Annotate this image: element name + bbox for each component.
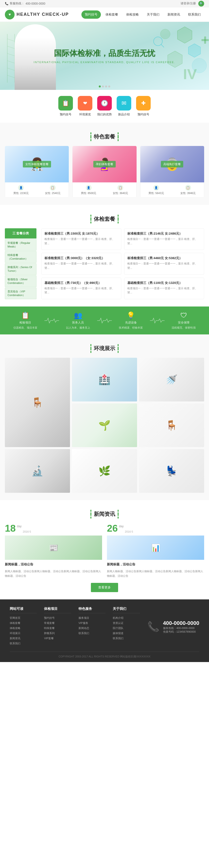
footer-about-contact[interactable]: 联系我们 (113, 637, 140, 640)
sidebar-item-special[interactable]: 特殊套餐（Combination） (5, 251, 36, 263)
quick-item-reserve[interactable]: ✚ 预约挂号 (136, 96, 151, 117)
hero-dots[interactable] (99, 86, 110, 87)
nav-item-packages[interactable]: 体检套餐 (102, 10, 121, 19)
feature-section: 特色套餐 👩‍⚕️ 女性体检套餐套餐 👤 男性: 2230元 📋 女性: 254… (0, 123, 209, 205)
env-img-2[interactable]: 🏥 (72, 358, 137, 401)
hero-dot-4[interactable] (109, 86, 110, 87)
feature-card-info-2: 👤 男性: 8500元 📋 女性: 3640元 (72, 182, 136, 198)
footer-exam-regular[interactable]: 常规套餐 (44, 621, 71, 625)
env-img-3[interactable]: 🚿 (139, 358, 204, 401)
nav-item-guide[interactable]: 体检攻略 (123, 10, 142, 19)
footer-item-news[interactable]: 新闻资讯 (10, 637, 37, 640)
hero-dot-1[interactable] (99, 86, 101, 87)
logo-icon: ♥ (5, 10, 14, 20)
footer-about-cert[interactable]: 资质认证 (113, 621, 140, 625)
stat-equipment-icon: 💡 (127, 311, 135, 319)
feature-card-3[interactable]: 👵 高端执行套餐 👤 男性: 5643元 📋 女性: 3946元 (140, 146, 204, 198)
main-nav: 预约挂号 体检套餐 体检攻略 关于我们 新闻资讯 联系我们 (82, 10, 204, 19)
footer-service-items[interactable]: 服务项目 (79, 616, 106, 620)
footer-about-intro[interactable]: 机构介绍 (113, 616, 140, 620)
package-sidebar-title: 三 套餐分类 (5, 228, 36, 239)
stat-exam-value: 仪器精良、项目丰富 (13, 326, 37, 330)
sidebar-item-silver[interactable]: 银领组合（Silver Combination） (5, 275, 36, 287)
search-button[interactable]: 🔍 (198, 1, 204, 6)
env-img-7[interactable]: 🌿 (72, 449, 137, 493)
nav-item-about[interactable]: 关于我们 (143, 10, 163, 19)
env-img-1[interactable]: 🪑 (5, 358, 70, 447)
feature-stat-female-text-2: 女性: 3640元 (113, 191, 128, 195)
quick-item-booking[interactable]: 📋 预约挂号 (58, 96, 73, 117)
pkg-title-1: 标准检查排三（男:1500元 女:1870元） (44, 231, 118, 236)
footer-exam-vip[interactable]: VIP套餐 (44, 637, 71, 640)
pkg-title-4: 标准检查排三（男:4460元 女:5382元） (127, 256, 201, 260)
logo: ♥ HEALTHY CHECK-UP (5, 10, 69, 20)
nav-item-news[interactable]: 新闻资讯 (164, 10, 183, 19)
pkg-desc-5: 检查项目一：普通一一普通一一普通一一，显示 检查、肝、肾... (44, 286, 118, 295)
env-img-5[interactable]: 🪑 (139, 403, 204, 447)
footer-exam-tumor[interactable]: 肿瘤系列 (44, 631, 71, 635)
env-grid: 🪑 🏥 🚿 🌱 🪑 🔬 🌿 💺 (5, 358, 204, 493)
package-item-1[interactable]: 标准检查排三（男:1500元 女:1870元） 检查项目一：普通一一普通一一普通… (41, 228, 121, 250)
footer-service-vip[interactable]: VIP服务 (79, 621, 106, 625)
footer-about-media[interactable]: 媒体报道 (113, 631, 140, 635)
pkg-title-3: 标准检查排三（男:3000元）（女:3320元） (44, 256, 118, 260)
footer-exam-booking[interactable]: 预约挂号 (44, 616, 71, 620)
news-more-btn[interactable]: 查看更多 (91, 583, 118, 592)
env-bar-6 (118, 351, 119, 353)
package-item-5[interactable]: 基础检查排三（男:730元）（女:890元） 检查项目一：普通一一普通一一普通一… (41, 278, 121, 299)
env-bar-1 (90, 344, 91, 346)
sidebar-item-vip[interactable]: 贵宾组合（VIP Combination） (5, 287, 36, 299)
news-section: 新闻资讯 18 day 2016·5 📰 新闻标题，活动公告 新闻人物标题、活动… (0, 500, 209, 599)
news-cards: 18 day 2016·5 📰 新闻标题，活动公告 新闻人物标题、活动公告新闻人… (5, 523, 204, 578)
footer-item-home[interactable]: 官网首页 (10, 616, 37, 620)
quick-item-newproduct[interactable]: ✉ 新品介绍 (117, 96, 131, 117)
pkg-bar-4 (118, 215, 119, 217)
news-img-2: 📊 (107, 535, 204, 560)
footer-item-env[interactable]: 环境展示 (10, 631, 37, 635)
feature-card-2[interactable]: 🤰 孕妇体检套餐 👤 男性: 8500元 📋 女性: 3640元 (72, 146, 136, 198)
login-link[interactable]: 请登录/注册 (181, 1, 196, 6)
quick-icon-env: ❤ (78, 96, 92, 111)
nav-item-booking[interactable]: 预约挂号 (82, 10, 101, 19)
hero-content: 国际体检标准，品质生活无忧 INTERNATIONAL PHYSICAL EXA… (33, 48, 175, 64)
pkg-desc-2: 检查项目一：普通一一普通一一普通一一，显示 检查、肝、肾... (127, 237, 201, 246)
phone-icon: 📞 (5, 2, 8, 5)
quick-item-advantage[interactable]: 🕐 我们的优势 (97, 96, 112, 117)
footer-service-contact[interactable]: 联系我们 (79, 631, 106, 635)
top-bar-user[interactable]: 请登录/注册 🔍 (181, 1, 204, 6)
package-item-3[interactable]: 标准检查排三（男:3000元）（女:3320元） 检查项目一：普通一一普通一一普… (41, 253, 121, 274)
header: ♥ HEALTHY CHECK-UP 预约挂号 体检套餐 体检攻略 关于我们 新… (0, 7, 209, 22)
env-img-4[interactable]: 🌱 (72, 403, 137, 447)
package-section: 体检套餐 三 套餐分类 常规套餐（Regular Meals） 特殊套餐（Com… (0, 205, 209, 307)
quick-item-env[interactable]: ❤ 环境展览 (78, 96, 92, 117)
footer-about-team[interactable]: 医疗团队 (113, 626, 140, 630)
footer-item-packages[interactable]: 体检套餐 (10, 621, 37, 625)
footer-exam-special[interactable]: 特殊套餐 (44, 626, 71, 630)
footer-phone-icon: 📞 (147, 621, 159, 632)
pkg-desc-6: 检查项目一：普通一一普通一一普通一一，显示 检查、肝、肾... (127, 286, 201, 295)
quick-icon-newproduct: ✉ (117, 96, 131, 111)
hero-dot-3[interactable] (105, 86, 107, 87)
feature-card-img-3: 👵 高端执行套餐 (140, 146, 204, 182)
news-date-unit-2: day (119, 523, 124, 528)
sidebar-item-regular[interactable]: 常规套餐（Regular Meals） (5, 239, 36, 251)
sidebar-item-tumor[interactable]: 肿瘤系列（Series Of Tumor） (5, 263, 36, 275)
title-bar-2 (90, 135, 91, 138)
footer-item-guide[interactable]: 体检攻略 (10, 626, 37, 630)
quick-label-newproduct: 新品介绍 (118, 113, 130, 117)
env-img-8[interactable]: 💺 (139, 449, 204, 493)
feature-title-bars-right (118, 132, 119, 141)
env-img-6[interactable]: 🔬 (5, 449, 70, 493)
news-date-year-2: 2016·5 (125, 523, 133, 533)
hero-dot-2[interactable] (102, 86, 104, 87)
footer-service-news[interactable]: 新闻动态 (79, 626, 106, 630)
package-item-4[interactable]: 标准检查排三（男:4460元 女:5382元） 检查项目一：普通一一普通一一普通… (124, 253, 204, 274)
pkg-title-2: 标准检查排三（男:2146元 女:2486元） (127, 231, 201, 236)
package-item-6[interactable]: 基础检查排三（男:1100元 女:1320元） 检查项目一：普通一一普通一一普通… (124, 278, 204, 299)
feature-stat-male-1: 👤 男性: 2230元 (13, 185, 29, 195)
nav-item-contact[interactable]: 联系我们 (185, 10, 204, 19)
package-item-2[interactable]: 标准检查排三（男:2146元 女:2486元） 检查项目一：普通一一普通一一普通… (124, 228, 204, 250)
stat-item-staff: 👥 医务人员 以人为本、服务至上 (66, 311, 90, 330)
feature-card-1[interactable]: 👩‍⚕️ 女性体检套餐套餐 👤 男性: 2230元 📋 女性: 2540元 (5, 146, 69, 198)
footer-item-contact[interactable]: 联系我们 (10, 642, 37, 645)
